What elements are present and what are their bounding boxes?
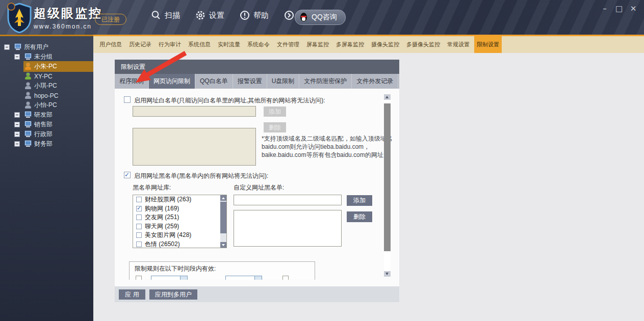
tree-item-label: hopo-PC	[34, 92, 58, 99]
whitelist-delete-button[interactable]: 删除	[264, 122, 286, 132]
category-checkbox[interactable]	[136, 197, 142, 202]
blacklist-category-row[interactable]: 色情 (26502)	[133, 240, 226, 249]
library-scroll-thumb[interactable]	[220, 202, 226, 233]
category-label: 交友网 (251)	[145, 213, 179, 222]
time-to-spinner[interactable]	[225, 276, 262, 280]
sub-tab[interactable]: 网页访问限制	[149, 74, 195, 89]
category-checkbox[interactable]	[136, 232, 142, 238]
blacklist-add-button[interactable]: 添加	[347, 195, 372, 206]
apply-button[interactable]: 应 用	[119, 289, 145, 300]
time-rule-label: 限制规则在以下时间段内有效:	[135, 264, 216, 273]
custom-blacklist-input[interactable]	[234, 195, 342, 205]
sub-tab-label: 文件外发记录	[356, 77, 393, 86]
sub-tab[interactable]: 报警设置	[233, 74, 267, 89]
whitelist-enable-label: 启用网址白名单(只能访问白名单里的网址,其他所有的网站将无法访问):	[134, 96, 325, 105]
blacklist-category-row[interactable]: 交友网 (251)	[133, 213, 226, 222]
sub-tab[interactable]: 文件防泄密保护	[299, 74, 352, 89]
category-checkbox[interactable]	[136, 224, 142, 229]
sub-tab[interactable]: 程序限制	[115, 74, 149, 89]
main-tab[interactable]: 实时流量	[215, 36, 243, 53]
form-scroll-up-icon[interactable]	[384, 94, 391, 100]
settings-button[interactable]: 设置	[195, 10, 224, 20]
time-rule-groupbox: 限制规则在以下时间段内有效:	[129, 261, 315, 280]
sub-tab-label: QQ白名单	[200, 77, 228, 86]
qq-consult-button[interactable]: QQ咨询	[295, 10, 346, 25]
main-tab[interactable]: 文件管理	[274, 36, 302, 53]
tree-node-icon	[24, 102, 32, 109]
tree-item[interactable]: 销售部	[0, 120, 102, 129]
help-button[interactable]: 帮助	[240, 10, 269, 20]
form-scroll-down-icon[interactable]	[384, 271, 391, 277]
header-nav: 扫描 设置 帮助	[151, 10, 313, 20]
app-window: 超级眼监控 www.360mon.cn 已注册 扫描 设置	[0, 0, 644, 321]
sub-tab-bar: 程序限制 网页访问限制 QQ白名单 报警设置 U盘限制	[115, 74, 399, 89]
whitelist-enable-checkbox[interactable]	[124, 96, 131, 103]
scroll-up-icon[interactable]	[220, 195, 226, 201]
tree-item[interactable]: 未分组	[0, 52, 102, 62]
blacklist-delete-button[interactable]: 删除	[347, 211, 372, 222]
blacklist-category-row[interactable]: 美女图片网 (428)	[133, 231, 226, 240]
blacklist-enable-checkbox[interactable]	[124, 172, 131, 178]
apply-to-multiple-users-button[interactable]: 应用到多用户	[149, 289, 197, 300]
tree-node-icon	[14, 44, 22, 50]
tree-item[interactable]: 行政部	[0, 129, 102, 139]
form-scroll-thumb[interactable]	[384, 103, 391, 251]
main-tab-label: 常规设置	[447, 41, 470, 48]
about-icon	[284, 10, 294, 20]
main-tab[interactable]: 多屏幕监控	[333, 36, 367, 53]
tree-expander-icon[interactable]	[14, 131, 20, 137]
main-tab-label: 系统命令	[247, 41, 270, 48]
whitelist-listbox[interactable]	[133, 128, 256, 166]
tree-expander-icon[interactable]	[4, 44, 10, 50]
time-option-checkbox[interactable]	[282, 276, 289, 280]
blacklist-library-listbox: 财经股票网 (263) 购物网 (169) 交友网 (251)	[133, 195, 227, 248]
time-from-spinner[interactable]	[151, 276, 188, 280]
main-tab[interactable]: 历史记录	[126, 36, 154, 53]
category-checkbox[interactable]	[136, 206, 142, 211]
sub-tab[interactable]: 文件外发记录	[352, 74, 398, 89]
category-label: 财经股票网 (263)	[145, 195, 191, 204]
blacklist-category-row[interactable]: 购物网 (169)	[133, 204, 226, 213]
main-tab[interactable]: 常规设置	[445, 36, 472, 53]
brand-url: www.360mon.cn	[34, 23, 102, 30]
tree-item-label: XY-PC	[34, 73, 53, 80]
blacklist-category-row[interactable]: 聊天网 (259)	[133, 222, 226, 231]
main-tab[interactable]: 系统信息	[186, 36, 213, 53]
custom-blacklist-listbox[interactable]	[234, 210, 342, 247]
category-label: 购物网 (169)	[145, 204, 179, 213]
main-tab[interactable]: 屏幕监控	[304, 36, 331, 53]
main-tab[interactable]: 行为审计	[156, 36, 184, 53]
tree-item[interactable]: 研发部	[0, 110, 102, 120]
panel-title: 限制设置	[115, 60, 399, 74]
main-tab[interactable]: 系统命令	[245, 36, 272, 53]
main-tab[interactable]: 摄像头监控	[369, 36, 402, 53]
blacklist-category-row[interactable]: 财经股票网 (263)	[133, 195, 226, 204]
tree-item[interactable]: 财务部	[0, 139, 102, 149]
main-tab-label: 实时流量	[218, 41, 240, 48]
main-tab[interactable]: 限制设置	[474, 36, 502, 53]
sub-tab[interactable]: QQ白名单	[195, 74, 233, 89]
tree-item[interactable]: 所有用户	[0, 42, 92, 52]
tree-expander-icon[interactable]	[14, 112, 20, 118]
title-bar: 超级眼监控 www.360mon.cn 已注册 扫描 设置	[0, 0, 644, 35]
main-tab[interactable]: 用户信息	[97, 36, 124, 53]
tree-expander-icon[interactable]	[14, 122, 20, 127]
tree-item-label: 小朱-PC	[34, 62, 57, 71]
category-label: 色情 (26502)	[145, 240, 180, 248]
close-icon[interactable]: ✕	[629, 4, 638, 13]
main-tab[interactable]: 多摄像头监控	[404, 36, 443, 53]
time-rule-checkbox[interactable]	[136, 276, 142, 280]
tree-expander-icon[interactable]	[14, 141, 20, 147]
tree-expander-icon[interactable]	[14, 54, 20, 60]
sub-tab[interactable]: U盘限制	[267, 74, 300, 89]
maximize-icon[interactable]: □	[614, 4, 624, 13]
scan-button[interactable]: 扫描	[151, 10, 180, 20]
whitelist-url-input[interactable]	[133, 106, 256, 117]
scroll-down-icon[interactable]	[220, 242, 226, 248]
minimize-icon[interactable]: –	[600, 4, 609, 13]
whitelist-add-button[interactable]: 添加	[264, 106, 286, 117]
form-scrollbar	[384, 94, 391, 277]
category-checkbox[interactable]	[136, 242, 142, 247]
category-checkbox[interactable]	[136, 215, 142, 220]
main-tab-label: 多摄像头监控	[406, 41, 440, 48]
